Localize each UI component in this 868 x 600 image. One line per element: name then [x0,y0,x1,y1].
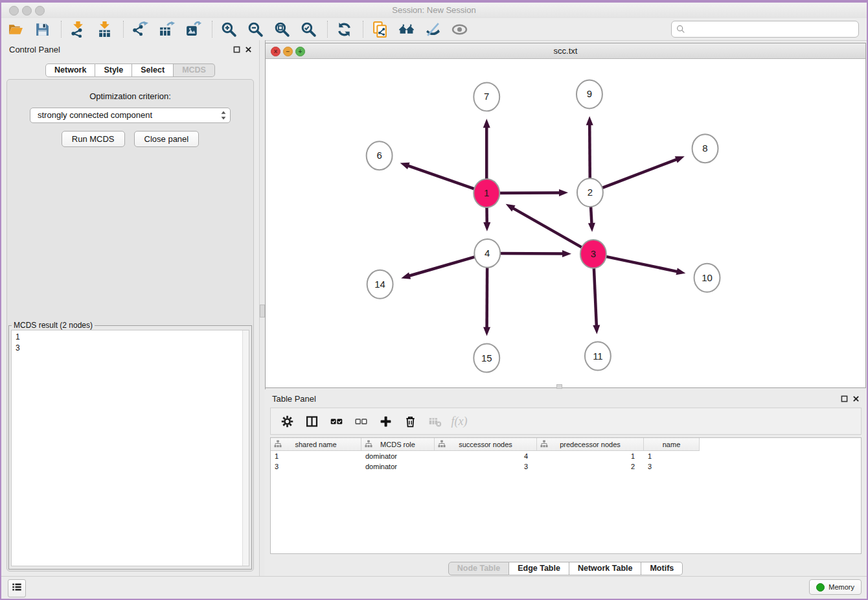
toolbar-separator [363,21,363,38]
table-row[interactable]: 3dominator323 [271,461,700,472]
node-11[interactable]: 11 [585,342,611,371]
table-cell[interactable]: 4 [435,451,537,461]
tab-select[interactable]: Select [132,63,174,77]
node-3[interactable]: 3 [580,240,606,268]
select-all-columns-button[interactable] [328,413,345,430]
toggle-columns-button[interactable] [303,413,320,430]
deselect-all-columns-button[interactable] [352,413,369,430]
network-canvas[interactable]: 1234678910111415 [266,58,865,387]
tab-network-table[interactable]: Network Table [569,562,642,575]
zoom-in-icon [221,21,237,38]
network-window-titlebar: × − + scc.txt [266,43,865,59]
mcds-panel: Optimization criterion: strongly connect… [6,79,254,571]
control-panel-close-button[interactable] [244,45,253,54]
svg-text:14: 14 [374,279,385,290]
eye-slash-button[interactable] [424,20,442,38]
tab-network[interactable]: Network [45,63,95,77]
node-2[interactable]: 2 [577,178,603,207]
table-panel-float-button[interactable] [839,394,849,403]
memory-button[interactable]: Memory [809,579,862,595]
node-8[interactable]: 8 [692,134,718,163]
fx-icon: f(x) [451,415,468,428]
column-header-predecessor-nodes[interactable]: predecessor nodes [537,438,644,450]
zoom-out-button[interactable] [246,20,264,38]
column-header-mcds-role[interactable]: MCDS role [361,438,435,450]
node-1[interactable]: 1 [474,179,499,207]
houses-button[interactable] [397,20,415,38]
eye-button[interactable] [450,20,468,38]
edge-3-10[interactable] [593,254,685,275]
svg-text:7: 7 [484,91,489,102]
table-panel-close-button[interactable] [851,394,860,403]
tab-style[interactable]: Style [95,63,132,77]
table-cell[interactable]: 1 [537,451,644,461]
refresh-button[interactable] [335,20,353,38]
task-history-button[interactable] [8,579,26,597]
table-cell[interactable]: 3 [644,461,700,472]
node-15[interactable]: 15 [474,344,499,373]
clone-network-button[interactable] [371,20,389,38]
node-10[interactable]: 10 [694,264,720,292]
zoom-in-button[interactable] [220,20,238,38]
control-panel-float-button[interactable] [232,45,241,54]
svg-text:1: 1 [484,187,489,198]
delete-table-button [426,413,443,430]
edge-3-1[interactable] [506,204,593,254]
tab-motifs[interactable]: Motifs [641,562,683,575]
import-table-button[interactable] [95,20,113,38]
tree-icon [540,440,548,448]
export-image-button[interactable] [184,20,202,38]
close-panel-button[interactable]: Close panel [134,131,200,147]
tab-edge-table[interactable]: Edge Table [509,562,569,575]
table-cell[interactable]: 3 [435,461,537,472]
table-cell[interactable]: 1 [271,451,361,461]
export-image-icon [185,21,201,38]
zoom-fit-button[interactable] [273,20,291,38]
column-settings-button[interactable] [279,413,295,430]
create-column-button[interactable] [377,413,394,430]
export-network-button[interactable] [131,20,149,38]
network-graph[interactable]: 1234678910111415 [266,58,865,387]
node-6[interactable]: 6 [367,141,393,170]
table-cell[interactable]: 1 [644,451,700,461]
column-header-shared-name[interactable]: shared name [271,438,361,450]
tab-node-table[interactable]: Node Table [448,562,509,575]
criterion-dropdown[interactable]: strongly connected component [30,108,231,123]
edge-2-8[interactable] [590,156,685,192]
node-14[interactable]: 14 [367,270,393,299]
node-4[interactable]: 4 [474,239,500,268]
zoom-selected-button[interactable] [299,20,317,38]
table-cell[interactable]: dominator [361,451,435,461]
toolbar-separator [327,21,328,38]
column-header-successor-nodes[interactable]: successor nodes [435,438,537,450]
horizontal-splitter-grip[interactable] [556,384,562,389]
column-label: successor nodes [459,441,512,448]
function-builder-button: f(x) [451,413,468,430]
save-session-button[interactable] [33,20,51,38]
column-label: predecessor nodes [560,441,621,448]
svg-text:11: 11 [593,351,603,362]
search-input[interactable] [689,22,853,36]
table-row[interactable]: 1dominator411 [271,451,700,461]
delete-columns-button[interactable] [402,413,418,430]
svg-text:9: 9 [587,88,592,99]
import-network-button[interactable] [69,20,87,38]
mcds-result-textarea[interactable]: 13 [11,330,249,566]
select-all-icon [330,415,343,428]
tab-mcds[interactable]: MCDS [174,63,215,77]
tree-icon [365,440,372,448]
tree-icon [438,440,446,448]
result-scrollbar[interactable] [242,330,249,566]
table-panel-title: Table Panel [272,394,316,404]
table-cell[interactable]: 2 [537,461,644,472]
node-7[interactable]: 7 [474,82,499,111]
table-cell[interactable]: dominator [361,461,435,472]
edge-1-6[interactable] [400,163,487,193]
table-cell[interactable]: 3 [271,461,361,472]
open-file-button[interactable] [6,20,25,38]
run-mcds-button[interactable]: Run MCDS [62,131,125,147]
node-9[interactable]: 9 [577,80,602,108]
criterion-value: strongly connected component [38,110,152,120]
export-table-button[interactable] [157,20,176,38]
column-header-name[interactable]: name [644,438,700,450]
